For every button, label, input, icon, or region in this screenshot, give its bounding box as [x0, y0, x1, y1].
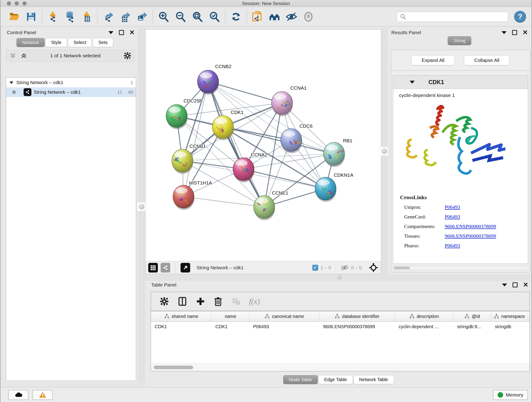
column-header-namespace[interactable]: namespace: [491, 311, 528, 321]
tab-edge-table[interactable]: Edge Table: [318, 375, 353, 384]
search-input[interactable]: [408, 14, 505, 19]
gene-entry-header[interactable]: CDK1: [393, 76, 528, 89]
show-all-button[interactable]: [302, 11, 314, 23]
crosslink-genecard[interactable]: P06493: [445, 214, 460, 220]
tab-sets[interactable]: Sets: [93, 38, 113, 47]
table-horizontal-scrollbar[interactable]: [151, 363, 530, 371]
collapse-all-icon[interactable]: [9, 52, 16, 59]
network-node-ccnb2[interactable]: CCNB2: [197, 64, 231, 95]
panel-close-icon[interactable]: ✕: [523, 282, 528, 287]
cloud-button[interactable]: [8, 390, 28, 400]
zoom-fit-button[interactable]: [191, 11, 203, 23]
create-column-button[interactable]: [196, 297, 205, 306]
crosslink-tissues[interactable]: 9606.ENSP00000378699: [445, 233, 496, 239]
network-collection-row[interactable]: String Network – cdk1 1: [6, 78, 136, 87]
right-splitter[interactable]: [381, 28, 388, 274]
first-neighbors-button[interactable]: [268, 11, 280, 23]
open-session-button[interactable]: [8, 11, 20, 23]
panel-menu-icon[interactable]: [502, 283, 507, 287]
network-graph[interactable]: CCNB2CCNA1CDC25BCDK1CDC6RB1CCNB1CCNA2CDK…: [146, 30, 381, 261]
crosslink-pharos[interactable]: P06493: [445, 243, 460, 249]
network-node-cdkn1a[interactable]: CDKN1A: [315, 172, 353, 202]
table-settings-button[interactable]: [160, 297, 169, 306]
export-network-button[interactable]: [102, 11, 114, 23]
collapse-all-button[interactable]: Collapse All: [464, 55, 510, 65]
table-header-row: shared namenamecanonical namedatabase id…: [151, 311, 530, 322]
export-table-button[interactable]: [119, 11, 131, 23]
network-row-selected[interactable]: String Network – cdk1 11 48: [6, 87, 136, 97]
tab-network[interactable]: Network: [17, 38, 45, 47]
panel-close-icon[interactable]: ✕: [129, 30, 135, 35]
birdseye-view-button[interactable]: [369, 263, 378, 273]
collection-expand-icon[interactable]: [10, 81, 13, 84]
application-window: Session: New Session: [0, 0, 532, 402]
new-network-from-selection-button[interactable]: [252, 11, 264, 23]
table-cell: P06493: [249, 324, 319, 329]
panel-float-icon[interactable]: [119, 30, 124, 35]
table-row[interactable]: CDK1CDK1P064939606.ENSP00000378699cyclin…: [151, 322, 530, 332]
memory-button[interactable]: Memory: [493, 390, 528, 400]
network-node-cdk1[interactable]: CDK1: [212, 109, 244, 140]
network-edge[interactable]: [208, 82, 282, 103]
column-header-database-identifier[interactable]: database identifier: [319, 311, 395, 321]
zoom-in-button[interactable]: [158, 11, 170, 23]
tab-style[interactable]: Style: [45, 38, 67, 47]
hidden-counts: 0 – 0: [351, 265, 362, 270]
grid-view-button[interactable]: [148, 263, 158, 273]
right-splitter-handle[interactable]: [380, 147, 389, 156]
import-network-database-button[interactable]: [64, 11, 76, 23]
hide-selected-button[interactable]: [285, 11, 298, 23]
network-node-hist1h1a[interactable]: HIST1H1A: [173, 180, 212, 210]
tab-network-table[interactable]: Network Table: [354, 375, 394, 384]
network-node-rb1[interactable]: RB1: [323, 138, 352, 167]
tab-node-table[interactable]: Node Table: [283, 375, 318, 384]
network-node-cdc6[interactable]: CDC6: [281, 123, 312, 153]
warnings-button[interactable]: [32, 390, 53, 400]
network-options-gear-icon[interactable]: [123, 52, 131, 60]
selected-checkbox-icon[interactable]: ✓: [312, 265, 318, 271]
save-session-button[interactable]: [25, 11, 37, 23]
tab-select[interactable]: Select: [68, 38, 92, 47]
network-edge[interactable]: [244, 169, 326, 189]
zoom-selected-button[interactable]: [209, 11, 220, 23]
import-network-file-button[interactable]: [47, 11, 59, 23]
network-style-button[interactable]: [161, 263, 170, 273]
help-button[interactable]: ?: [514, 11, 526, 23]
delete-column-button[interactable]: [214, 297, 222, 306]
left-splitter[interactable]: [138, 28, 145, 383]
refresh-view-button[interactable]: [230, 11, 242, 23]
horizontal-splitter[interactable]: [145, 274, 532, 281]
import-table-file-button[interactable]: [81, 11, 93, 23]
column-header-name[interactable]: name: [212, 311, 249, 321]
column-header-shared-name[interactable]: shared name: [151, 311, 212, 321]
hidden-eye-icon[interactable]: [341, 264, 349, 271]
zoom-out-button[interactable]: [175, 11, 186, 23]
crosslink-compartments[interactable]: 9606.ENSP00000378699: [445, 223, 496, 230]
network-edge[interactable]: [184, 197, 264, 207]
eye-slash-icon: [286, 13, 296, 21]
tab-string[interactable]: String: [448, 36, 471, 45]
search-field[interactable]: [397, 12, 508, 22]
export-image-button[interactable]: [136, 11, 148, 23]
expand-all-icon[interactable]: [20, 52, 27, 59]
detach-view-button[interactable]: [181, 263, 190, 273]
column-header-description[interactable]: description: [395, 311, 453, 321]
network-edge[interactable]: [208, 82, 264, 207]
panel-close-icon[interactable]: ✕: [523, 30, 528, 35]
network-node-ccna1[interactable]: CCNA1: [272, 85, 307, 116]
column-header--id[interactable]: @id: [453, 311, 491, 321]
crosslink-uniprot[interactable]: P06493: [445, 204, 460, 210]
panel-float-icon[interactable]: [512, 30, 517, 35]
results-horizontal-scrollbar[interactable]: [393, 266, 528, 270]
horizontal-splitter-handle[interactable]: [337, 275, 341, 279]
left-splitter-handle[interactable]: [137, 202, 146, 211]
expand-all-button[interactable]: Expand All: [412, 55, 455, 65]
string-results-card: Expand All Collapse All CDK1 cyclin-depe…: [391, 50, 530, 272]
entry-collapse-icon[interactable]: [410, 81, 415, 84]
panel-menu-icon[interactable]: [108, 31, 114, 34]
network-node-ccnb1[interactable]: CCNB1: [172, 143, 206, 174]
column-header-canonical-name[interactable]: canonical name: [249, 311, 319, 321]
panel-menu-icon[interactable]: [501, 31, 507, 34]
panel-float-icon[interactable]: [513, 282, 518, 287]
show-columns-button[interactable]: [177, 297, 187, 306]
